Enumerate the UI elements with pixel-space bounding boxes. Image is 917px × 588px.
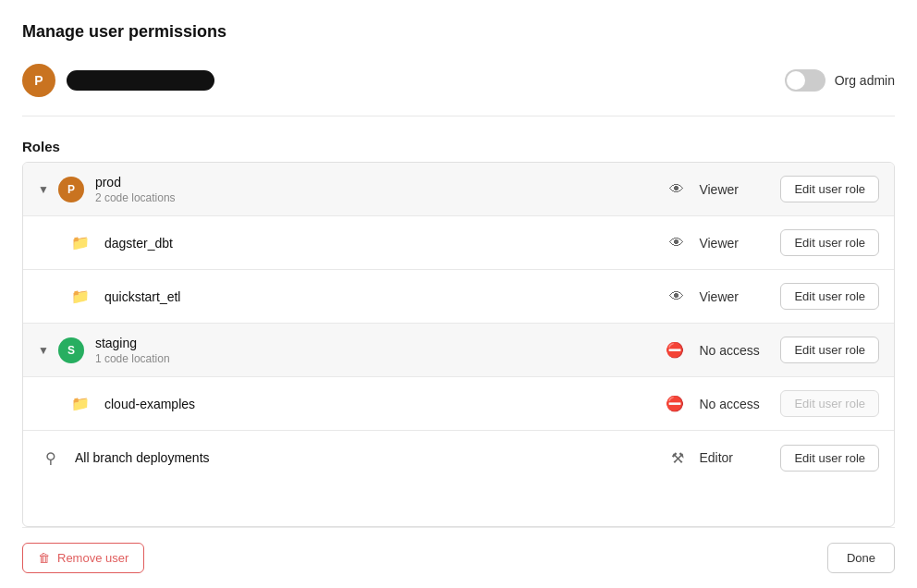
roles-table: ▼ P prod 2 code locations 👁 Viewer Edit … bbox=[22, 162, 895, 527]
no-access-icon-cloud-examples: ⛔ bbox=[666, 395, 684, 412]
org-admin-area: Org admin bbox=[785, 69, 895, 92]
edit-role-button-dagster-dbt[interactable]: Edit user role bbox=[780, 229, 879, 256]
org-admin-label: Org admin bbox=[835, 73, 895, 88]
branch-deployments-info: All branch deployments bbox=[75, 450, 671, 465]
code-location-name-cloud-examples: cloud-examples bbox=[104, 397, 666, 411]
branch-deployments-row: ⚲ All branch deployments ⚒ Editor Edit u… bbox=[23, 431, 894, 484]
viewer-icon-quickstart-etl: 👁 bbox=[669, 288, 684, 305]
editor-icon-branch: ⚒ bbox=[671, 449, 684, 467]
code-location-info-cloud-examples: cloud-examples bbox=[104, 397, 666, 411]
remove-user-button[interactable]: 🗑 Remove user bbox=[22, 543, 144, 573]
user-row: P Org admin bbox=[22, 64, 895, 116]
deployment-avatar-prod: P bbox=[58, 177, 84, 202]
code-location-info-quickstart-etl: quickstart_etl bbox=[104, 289, 669, 304]
branch-icon: ⚲ bbox=[38, 449, 64, 467]
branch-deployments-right: ⚒ Editor Edit user role bbox=[671, 445, 879, 472]
code-location-name-quickstart-etl: quickstart_etl bbox=[104, 289, 669, 304]
deployment-info-staging: staging 1 code location bbox=[95, 336, 666, 365]
user-name-bar bbox=[67, 70, 214, 91]
chevron-down-icon-staging[interactable]: ▼ bbox=[38, 344, 49, 357]
deployment-row-staging: ▼ S staging 1 code location ⛔ No access … bbox=[23, 324, 894, 377]
done-button[interactable]: Done bbox=[827, 543, 895, 573]
role-label-staging: No access bbox=[699, 343, 765, 358]
code-location-row-cloud-examples: 📁 cloud-examples ⛔ No access Edit user r… bbox=[23, 377, 894, 431]
deployment-avatar-staging: S bbox=[58, 337, 84, 363]
chevron-down-icon-prod[interactable]: ▼ bbox=[38, 183, 49, 196]
branch-deployments-name: All branch deployments bbox=[75, 450, 671, 465]
folder-icon-cloud-examples: 📁 bbox=[67, 395, 93, 412]
deployment-sub-prod: 2 code locations bbox=[95, 191, 670, 204]
viewer-icon-prod: 👁 bbox=[669, 181, 684, 198]
edit-role-button-branch[interactable]: Edit user role bbox=[780, 445, 879, 472]
toggle-knob bbox=[787, 71, 805, 90]
edit-role-button-quickstart-etl[interactable]: Edit user role bbox=[780, 283, 879, 310]
deployment-sub-staging: 1 code location bbox=[95, 352, 666, 365]
deployment-name-prod: prod bbox=[95, 175, 670, 190]
deployment-row-prod: ▼ P prod 2 code locations 👁 Viewer Edit … bbox=[23, 163, 894, 216]
code-location-info-dagster-dbt: dagster_dbt bbox=[104, 236, 669, 251]
role-label-branch: Editor bbox=[699, 450, 765, 465]
code-location-right-cloud-examples: ⛔ No access Edit user role bbox=[666, 390, 879, 417]
deployment-right-prod: 👁 Viewer Edit user role bbox=[669, 176, 879, 202]
footer: 🗑 Remove user Done bbox=[22, 527, 895, 588]
deployment-info-prod: prod 2 code locations bbox=[95, 175, 670, 204]
folder-icon-quickstart-etl: 📁 bbox=[67, 288, 93, 305]
role-label-cloud-examples: No access bbox=[699, 397, 765, 411]
remove-user-label: Remove user bbox=[57, 551, 128, 565]
code-location-row-quickstart-etl: 📁 quickstart_etl 👁 Viewer Edit user role bbox=[23, 270, 894, 324]
trash-icon: 🗑 bbox=[38, 551, 50, 565]
code-location-right-quickstart-etl: 👁 Viewer Edit user role bbox=[669, 283, 879, 310]
role-label-dagster-dbt: Viewer bbox=[699, 236, 765, 251]
deployment-right-staging: ⛔ No access Edit user role bbox=[666, 337, 879, 363]
page-title: Manage user permissions bbox=[22, 22, 895, 42]
code-location-right-dagster-dbt: 👁 Viewer Edit user role bbox=[669, 229, 879, 256]
avatar: P bbox=[22, 64, 55, 97]
role-label-prod: Viewer bbox=[699, 182, 765, 197]
role-label-quickstart-etl: Viewer bbox=[699, 289, 765, 304]
folder-icon-dagster-dbt: 📁 bbox=[67, 234, 93, 251]
edit-role-button-staging[interactable]: Edit user role bbox=[780, 337, 879, 363]
no-access-icon-staging: ⛔ bbox=[666, 341, 684, 359]
code-location-name-dagster-dbt: dagster_dbt bbox=[104, 236, 669, 251]
viewer-icon-dagster-dbt: 👁 bbox=[669, 235, 684, 251]
org-admin-toggle[interactable] bbox=[785, 69, 825, 92]
roles-section-title: Roles bbox=[22, 139, 895, 162]
edit-role-button-prod[interactable]: Edit user role bbox=[780, 176, 879, 202]
code-location-row-dagster-dbt: 📁 dagster_dbt 👁 Viewer Edit user role bbox=[23, 216, 894, 270]
edit-role-button-cloud-examples[interactable]: Edit user role bbox=[780, 390, 879, 417]
deployment-name-staging: staging bbox=[95, 336, 666, 350]
